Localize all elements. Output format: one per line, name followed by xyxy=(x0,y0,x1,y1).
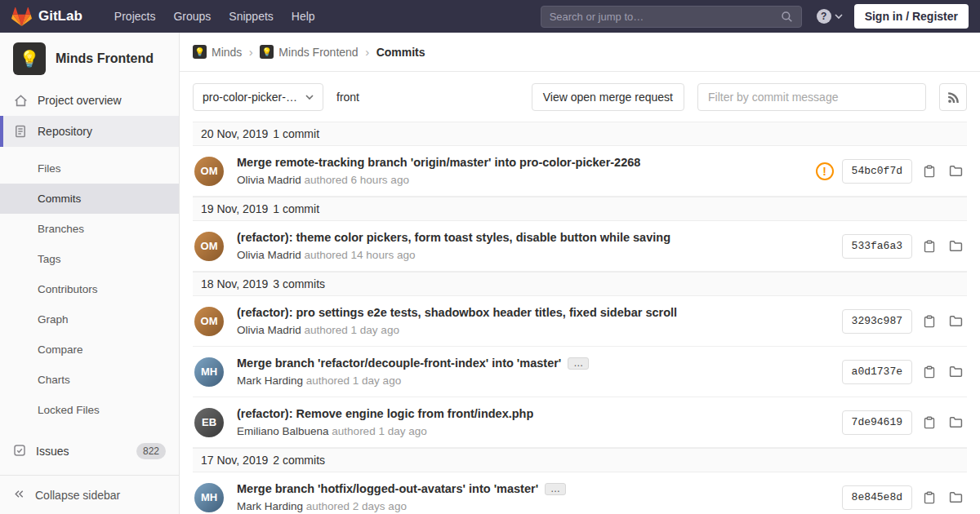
commit-author-link[interactable]: Olivia Madrid xyxy=(237,249,301,261)
collapse-sidebar-button[interactable]: Collapse sidebar xyxy=(0,475,179,514)
commit-author-link[interactable]: Olivia Madrid xyxy=(237,174,301,186)
sign-in-register-button[interactable]: Sign in / Register xyxy=(854,4,969,29)
commits-feed-button[interactable] xyxy=(939,83,967,111)
commit-author-link[interactable]: Mark Harding xyxy=(237,374,303,387)
toggle-commit-description-button[interactable]: … xyxy=(568,357,589,370)
global-search-box[interactable] xyxy=(541,6,802,28)
browse-files-button[interactable] xyxy=(947,237,965,255)
nav-item-projects[interactable]: Projects xyxy=(105,0,165,33)
browse-files-button[interactable] xyxy=(947,413,965,432)
sidebar-item-project-overview[interactable]: Project overview xyxy=(0,85,179,116)
commit-date-header: 18 Nov, 2019 3 commits xyxy=(193,272,967,296)
view-open-merge-request-button[interactable]: View open merge request xyxy=(532,83,684,111)
branch-selector-dropdown[interactable]: pro-color-picker-… xyxy=(193,83,323,111)
sidebar-item-repository[interactable]: Repository xyxy=(0,116,179,147)
clipboard-icon xyxy=(923,416,936,429)
sidebar-subitem-contributors[interactable]: Contributors xyxy=(0,274,179,304)
breadcrumb-item-minds-frontend[interactable]: 💡 Minds Frontend xyxy=(260,45,358,59)
commit-author-link[interactable]: Emiliano Balbuena xyxy=(237,425,329,437)
commit-meta: Mark Harding authored 2 days ago xyxy=(237,500,829,512)
gitlab-logo[interactable]: GitLab xyxy=(11,7,82,26)
commit-title-link[interactable]: Merge branch 'refactor/decouple-front-in… xyxy=(237,357,561,370)
author-avatar[interactable]: OM xyxy=(194,157,224,186)
folder-icon xyxy=(949,164,963,178)
commit-author-link[interactable]: Olivia Madrid xyxy=(237,324,301,336)
commit-title-link[interactable]: (refactor): theme color pickers, form to… xyxy=(237,231,670,244)
commit-meta: Olivia Madrid authored 1 day ago xyxy=(237,324,829,336)
browse-files-button[interactable] xyxy=(947,312,965,330)
commit-count: 1 commit xyxy=(273,202,319,215)
sidebar-subitem-branches[interactable]: Branches xyxy=(0,214,179,244)
commit-sha[interactable]: a0d1737e xyxy=(842,360,912,384)
sidebar-subitem-files[interactable]: Files xyxy=(0,153,179,184)
commits-toolbar: pro-color-picker-… front View open merge… xyxy=(180,72,980,122)
commit-sha[interactable]: 533fa6a3 xyxy=(842,234,912,259)
commit-info: Merge branch 'hotfix/logged-out-avatars'… xyxy=(237,482,829,512)
commit-meta: Olivia Madrid authored 14 hours ago xyxy=(237,249,829,261)
sidebar-subitem-charts[interactable]: Charts xyxy=(0,365,179,395)
commit-sha[interactable]: 3293c987 xyxy=(842,309,912,334)
help-menu[interactable]: ? xyxy=(817,9,843,24)
repository-submenu: Files Commits Branches Tags Contributors… xyxy=(0,147,179,425)
author-avatar[interactable]: EB xyxy=(194,408,224,437)
copy-sha-button[interactable] xyxy=(920,162,938,180)
copy-sha-button[interactable] xyxy=(920,312,938,330)
commit-filter-input[interactable] xyxy=(697,83,926,111)
breadcrumb: 💡 Minds 💡 Minds Frontend Commits xyxy=(180,33,980,72)
author-avatar[interactable]: MH xyxy=(194,357,224,387)
sidebar-subitem-tags[interactable]: Tags xyxy=(0,244,179,274)
clipboard-icon xyxy=(923,315,936,328)
chevron-down-icon xyxy=(305,95,314,100)
author-avatar[interactable]: OM xyxy=(194,232,224,261)
commit-sha[interactable]: 8e845e8d xyxy=(842,485,912,510)
browse-files-button[interactable] xyxy=(947,162,965,180)
copy-sha-button[interactable] xyxy=(920,489,938,507)
commit-title-link[interactable]: Merge remote-tracking branch 'origin/mas… xyxy=(237,156,640,169)
breadcrumb-label: Minds xyxy=(212,46,242,59)
global-search-input[interactable] xyxy=(550,11,781,23)
sidebar-subitem-locked-files[interactable]: Locked Files xyxy=(0,395,179,425)
commit-count: 2 commits xyxy=(273,454,325,467)
browse-files-button[interactable] xyxy=(947,488,965,507)
home-icon xyxy=(13,93,28,108)
sidebar-item-label: Issues xyxy=(36,445,69,458)
pipeline-warning-icon[interactable]: ! xyxy=(816,162,834,180)
clipboard-icon xyxy=(923,240,936,253)
commit-list: 20 Nov, 2019 1 commit OM Merge remote-tr… xyxy=(180,122,980,514)
collapse-sidebar-label: Collapse sidebar xyxy=(35,489,120,502)
copy-sha-button[interactable] xyxy=(920,363,938,381)
commit-title-link[interactable]: Merge branch 'hotfix/logged-out-avatars'… xyxy=(237,482,538,495)
author-avatar[interactable]: OM xyxy=(194,307,224,336)
commit-date: 19 Nov, 2019 xyxy=(201,202,268,215)
nav-item-groups[interactable]: Groups xyxy=(164,0,220,33)
nav-item-help[interactable]: Help xyxy=(283,0,324,33)
sidebar-subitem-commits[interactable]: Commits xyxy=(0,184,179,214)
commit-info: Merge branch 'refactor/decouple-front-in… xyxy=(237,357,829,387)
toggle-commit-description-button[interactable]: … xyxy=(545,483,566,495)
commit-author-link[interactable]: Mark Harding xyxy=(237,500,303,512)
copy-sha-button[interactable] xyxy=(920,237,938,255)
commit-row: OM (refactor): pro settings e2e tests, s… xyxy=(193,296,967,347)
commit-authored-time: authored 2 days ago xyxy=(306,500,407,512)
commit-sha[interactable]: 7de94619 xyxy=(842,410,912,435)
breadcrumb-item-minds[interactable]: 💡 Minds xyxy=(193,45,242,59)
browse-files-button[interactable] xyxy=(947,362,965,381)
sidebar-item-label: Project overview xyxy=(38,94,122,107)
commit-sha[interactable]: 54bc0f7d xyxy=(842,159,912,184)
author-avatar[interactable]: MH xyxy=(194,483,224,512)
folder-icon xyxy=(949,239,963,253)
gitlab-logo-text: GitLab xyxy=(38,8,82,24)
copy-sha-button[interactable] xyxy=(920,414,938,432)
commit-row: MH Merge branch 'hotfix/logged-out-avata… xyxy=(193,472,967,514)
commit-title-link[interactable]: (refactor): Remove engine logic from fro… xyxy=(237,407,533,420)
commit-title-link[interactable]: (refactor): pro settings e2e tests, shad… xyxy=(237,306,677,319)
sidebar-item-issues[interactable]: Issues 822 xyxy=(0,435,179,467)
clipboard-icon xyxy=(923,165,936,178)
commit-authored-time: authored 14 hours ago xyxy=(305,249,416,261)
project-context-header[interactable]: 💡 Minds Frontend xyxy=(0,33,179,85)
help-icon: ? xyxy=(817,9,831,24)
commit-date-header: 20 Nov, 2019 1 commit xyxy=(193,122,967,146)
nav-item-snippets[interactable]: Snippets xyxy=(220,0,282,33)
sidebar-subitem-graph[interactable]: Graph xyxy=(0,304,179,335)
sidebar-subitem-compare[interactable]: Compare xyxy=(0,335,179,365)
